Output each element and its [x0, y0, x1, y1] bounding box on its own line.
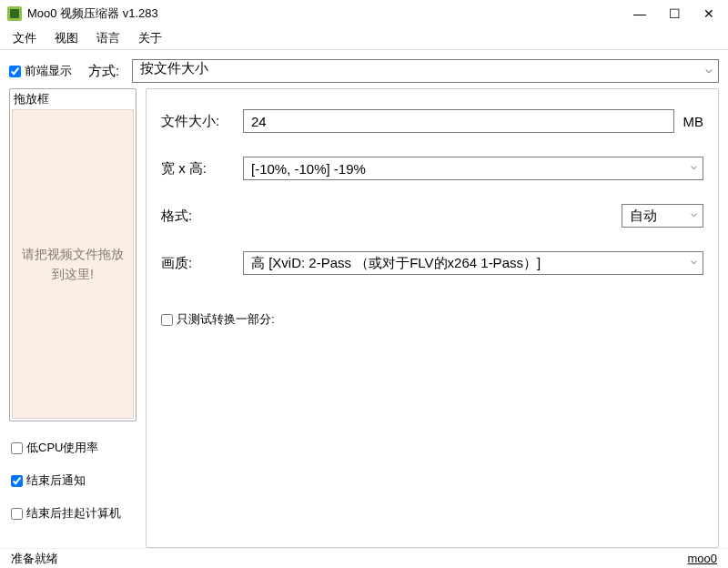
test-convert-checkbox[interactable]: 只测试转换一部分:: [161, 311, 275, 328]
dropbox-hint: 请把视频文件拖放到这里!: [20, 244, 126, 285]
suspend-done-label: 结束后挂起计算机: [26, 505, 121, 522]
suspend-done-checkbox[interactable]: 结束后挂起计算机: [11, 505, 135, 522]
notify-done-checkbox[interactable]: 结束后通知: [11, 472, 135, 489]
left-column: 拖放框 请把视频文件拖放到这里! 低CPU使用率 结束后通知 结束后挂起计算机: [9, 88, 136, 548]
menu-view[interactable]: 视图: [47, 28, 86, 48]
filesize-input[interactable]: [243, 109, 674, 133]
close-button[interactable]: ✕: [692, 1, 726, 26]
format-select[interactable]: 自动: [622, 204, 703, 228]
minimize-button[interactable]: —: [622, 1, 657, 26]
svg-rect-1: [10, 9, 19, 18]
body: 拖放框 请把视频文件拖放到这里! 低CPU使用率 结束后通知 结束后挂起计算机 …: [0, 88, 728, 548]
quality-select[interactable]: 高 [XviD: 2-Pass （或对于FLV的x264 1-Pass）]: [243, 251, 703, 275]
dropbox-frame: 拖放框 请把视频文件拖放到这里!: [9, 88, 136, 421]
notify-done-input[interactable]: [11, 475, 23, 487]
titlebar: Moo0 视频压缩器 v1.283 — ☐ ✕: [0, 0, 728, 27]
dropbox-area[interactable]: 请把视频文件拖放到这里!: [12, 109, 134, 419]
front-display-checkbox[interactable]: 前端显示: [9, 63, 72, 79]
notify-done-label: 结束后通知: [26, 472, 86, 489]
app-icon: [7, 6, 22, 21]
moo0-link[interactable]: moo0: [687, 552, 717, 565]
method-label: 方式:: [88, 63, 119, 80]
top-row: 前端显示 方式: 按文件大小: [0, 50, 728, 88]
test-field: 只测试转换一部分:: [161, 311, 703, 328]
left-checks: 低CPU使用率 结束后通知 结束后挂起计算机: [9, 431, 136, 531]
format-value: 自动: [630, 208, 657, 225]
filesize-label: 文件大小:: [161, 113, 243, 130]
front-display-input[interactable]: [9, 66, 21, 77]
suspend-done-input[interactable]: [11, 508, 23, 520]
menu-language[interactable]: 语言: [89, 28, 127, 48]
window-title: Moo0 视频压缩器 v1.283: [27, 5, 622, 22]
status-text: 准备就绪: [11, 551, 58, 567]
low-cpu-input[interactable]: [11, 442, 23, 454]
menu-file[interactable]: 文件: [5, 28, 44, 48]
low-cpu-label: 低CPU使用率: [26, 440, 98, 456]
filesize-unit: MB: [683, 114, 704, 129]
test-convert-label: 只测试转换一部分:: [177, 311, 275, 328]
maximize-button[interactable]: ☐: [657, 1, 692, 26]
quality-field: 画质: 高 [XviD: 2-Pass （或对于FLV的x264 1-Pass）…: [161, 251, 703, 275]
dimensions-value: [-10%, -10%] -19%: [251, 161, 366, 177]
statusbar: 准备就绪 moo0: [0, 548, 728, 568]
settings-panel: 文件大小: MB 宽 x 高: [-10%, -10%] -19% 格式: 自动…: [146, 88, 719, 548]
quality-label: 画质:: [161, 255, 243, 272]
front-display-label: 前端显示: [25, 63, 72, 79]
low-cpu-checkbox[interactable]: 低CPU使用率: [11, 440, 135, 456]
quality-value: 高 [XviD: 2-Pass （或对于FLV的x264 1-Pass）]: [251, 255, 541, 272]
dimensions-select[interactable]: [-10%, -10%] -19%: [243, 157, 703, 180]
dimensions-label: 宽 x 高:: [161, 160, 243, 178]
dimensions-field: 宽 x 高: [-10%, -10%] -19%: [161, 157, 703, 180]
menubar: 文件 视图 语言 关于: [0, 27, 728, 49]
menu-about[interactable]: 关于: [131, 28, 169, 48]
dropbox-title: 拖放框: [12, 91, 134, 107]
test-convert-input[interactable]: [161, 314, 173, 326]
format-field: 格式: 自动: [161, 204, 703, 228]
method-value: 按文件大小: [140, 60, 208, 76]
format-label: 格式:: [161, 208, 243, 225]
method-select[interactable]: 按文件大小: [132, 59, 719, 83]
filesize-field: 文件大小: MB: [161, 109, 703, 133]
